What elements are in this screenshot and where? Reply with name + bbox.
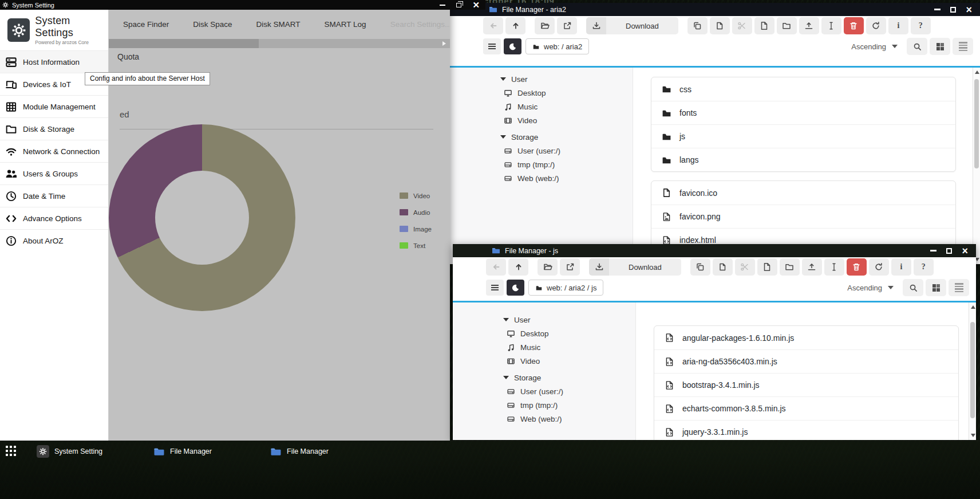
tree-item-tmp-drive[interactable]: tmp (tmp:/) (503, 398, 635, 412)
tree-item-desktop[interactable]: Desktop (503, 327, 635, 340)
folder-row-js[interactable]: js (651, 124, 955, 148)
refresh-button[interactable] (869, 258, 889, 276)
file-row[interactable]: angular-packages-1.6.10.min.js (654, 326, 958, 349)
close-icon[interactable]: × (962, 247, 968, 254)
copy-button[interactable] (687, 17, 708, 34)
maximize-icon[interactable] (950, 7, 956, 13)
folder-row-css[interactable]: css (651, 77, 955, 101)
rename-button[interactable] (824, 258, 844, 276)
tree-section-user[interactable]: User (500, 72, 633, 86)
breadcrumb[interactable]: web: / aria2 / js (528, 280, 603, 296)
sidebar-item-users-groups[interactable]: Users & Groups (0, 162, 108, 184)
sidebar-item-host-information[interactable]: Host Information (0, 50, 108, 73)
file-row[interactable]: bootstrap-3.4.1.min.js (654, 373, 958, 396)
scroll-up-icon[interactable] (971, 305, 975, 309)
help-button[interactable]: ? (911, 17, 931, 34)
up-button[interactable] (505, 17, 525, 34)
new-folder-button[interactable] (780, 258, 800, 276)
maximize-icon[interactable] (946, 248, 952, 254)
tree-item-web-drive[interactable]: Web (web:/) (503, 412, 635, 426)
sidebar-item-disk-storage[interactable]: Disk & Storage (0, 117, 108, 140)
tree-item-music[interactable]: Music (500, 100, 633, 113)
tree-section-storage[interactable]: Storage (500, 130, 633, 144)
vertical-scrollbar[interactable] (969, 302, 976, 440)
tree-item-video[interactable]: Video (500, 113, 633, 127)
scrollbar-thumb[interactable] (974, 79, 979, 168)
vertical-scrollbar[interactable] (973, 68, 980, 264)
taskbar-entry-file-manager-1[interactable]: File Manager (153, 445, 212, 458)
download-button[interactable]: Download (606, 17, 678, 34)
up-button[interactable] (508, 258, 528, 276)
grid-view-button[interactable] (926, 279, 946, 296)
tree-item-tmp-drive[interactable]: tmp (tmp:/) (500, 158, 633, 171)
open-button[interactable] (535, 17, 555, 34)
sidebar-item-about-aroz[interactable]: About ArOZ (0, 229, 108, 252)
list-view-button[interactable] (953, 38, 973, 55)
new-folder-button[interactable] (777, 17, 797, 34)
dark-mode-toggle[interactable] (507, 280, 524, 296)
search-settings-input[interactable] (390, 20, 450, 29)
sidebar-item-network-connection[interactable]: Network & Connection (0, 140, 108, 162)
copy-button[interactable] (690, 258, 710, 276)
delete-button[interactable] (844, 17, 864, 34)
file-row[interactable]: favicon.png (651, 205, 955, 228)
scrollbar-thumb[interactable] (109, 39, 259, 48)
new-file-button[interactable] (757, 258, 777, 276)
open-in-new-window-button[interactable] (557, 17, 577, 34)
legend-item-video[interactable]: Video (400, 187, 432, 204)
back-button[interactable] (486, 258, 506, 276)
tab-smart-log[interactable]: SMART Log (325, 20, 366, 29)
upload-button[interactable] (799, 17, 819, 34)
info-button[interactable]: i (888, 17, 908, 34)
close-icon[interactable]: × (966, 6, 972, 13)
scroll-down-icon[interactable] (971, 434, 975, 437)
tree-section-storage[interactable]: Storage (503, 371, 635, 384)
menu-button[interactable] (486, 280, 504, 296)
minimize-icon[interactable] (930, 250, 936, 252)
taskbar-entry-system-setting[interactable]: System Setting (37, 445, 102, 458)
info-button[interactable]: i (891, 258, 911, 276)
cut-button[interactable] (735, 258, 755, 276)
paste-button[interactable] (713, 258, 733, 276)
restore-icon[interactable] (456, 3, 461, 7)
back-button[interactable] (483, 17, 503, 34)
help-button[interactable]: ? (914, 258, 934, 276)
horizontal-scrollbar[interactable] (109, 39, 450, 48)
breadcrumb[interactable]: web: / aria2 (525, 38, 589, 54)
cut-button[interactable] (732, 17, 752, 34)
open-button[interactable] (538, 258, 558, 276)
window-titlebar[interactable]: File Manager - aria2 × (450, 3, 980, 16)
folder-row-langs[interactable]: langs (651, 148, 955, 171)
legend-item-text[interactable]: Text (400, 237, 432, 254)
tree-item-video[interactable]: Video (503, 354, 635, 368)
close-icon[interactable]: ✕ (472, 2, 480, 8)
file-row[interactable]: favicon.ico (651, 181, 955, 205)
window-titlebar[interactable]: System Setting ✕ (0, 0, 485, 10)
window-titlebar[interactable]: File Manager - js × (453, 244, 976, 257)
list-view-button[interactable] (949, 279, 969, 296)
download-button[interactable]: Download (609, 258, 681, 276)
file-row[interactable]: jquery-3.3.1.min.js (654, 420, 958, 440)
scrollbar-thumb[interactable] (970, 322, 975, 418)
delete-button[interactable] (847, 258, 867, 276)
tree-section-user[interactable]: User (503, 313, 635, 327)
refresh-button[interactable] (866, 17, 886, 34)
tab-disk-smart[interactable]: Disk SMART (256, 20, 301, 29)
dark-mode-toggle[interactable] (504, 38, 521, 54)
folder-row-fonts[interactable]: fonts (651, 101, 955, 124)
taskbar-entry-file-manager-2[interactable]: File Manager (270, 445, 329, 458)
scroll-right-icon[interactable] (442, 41, 446, 46)
tab-space-finder[interactable]: Space Finder (123, 20, 169, 29)
open-in-new-window-button[interactable] (560, 258, 580, 276)
minimize-icon[interactable] (934, 9, 941, 10)
sort-order-select[interactable]: Ascending (844, 42, 904, 51)
scroll-up-icon[interactable] (975, 70, 979, 74)
tree-item-user-drive[interactable]: User (user:/) (500, 144, 633, 158)
tree-item-desktop[interactable]: Desktop (500, 86, 633, 100)
tree-item-user-drive[interactable]: User (user:/) (503, 384, 635, 398)
download-icon-button[interactable] (586, 17, 606, 34)
download-icon-button[interactable] (589, 258, 609, 276)
sidebar-item-advance-options[interactable]: Advance Options (0, 207, 108, 229)
legend-item-image[interactable]: Image (400, 221, 432, 237)
tree-item-web-drive[interactable]: Web (web:/) (500, 171, 633, 185)
